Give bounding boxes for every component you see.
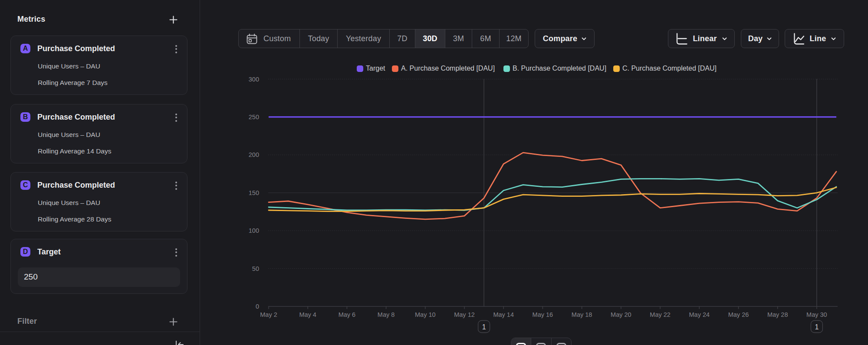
svg-text:100: 100 [249,227,259,234]
svg-text:May 26: May 26 [728,311,749,318]
svg-text:300: 300 [249,76,259,83]
svg-text:May 20: May 20 [611,311,631,318]
svg-text:200: 200 [249,151,259,158]
svg-text:May 14: May 14 [493,311,514,318]
svg-text:1: 1 [482,323,486,331]
svg-text:May 10: May 10 [415,311,436,318]
svg-text:May 6: May 6 [339,311,356,318]
svg-text:150: 150 [249,189,259,196]
svg-text:May 4: May 4 [299,311,316,318]
svg-text:May 16: May 16 [533,311,553,318]
svg-text:May 30: May 30 [806,311,827,318]
svg-text:May 2: May 2 [260,311,277,318]
svg-text:May 8: May 8 [378,311,395,318]
svg-text:May 22: May 22 [650,311,671,318]
svg-text:May 24: May 24 [689,311,710,318]
svg-text:May 18: May 18 [572,311,592,318]
svg-text:0: 0 [256,303,259,310]
svg-text:50: 50 [252,265,259,272]
svg-text:May 28: May 28 [767,311,788,318]
svg-text:1: 1 [815,323,819,331]
svg-text:250: 250 [249,114,259,120]
svg-text:May 12: May 12 [454,311,475,318]
